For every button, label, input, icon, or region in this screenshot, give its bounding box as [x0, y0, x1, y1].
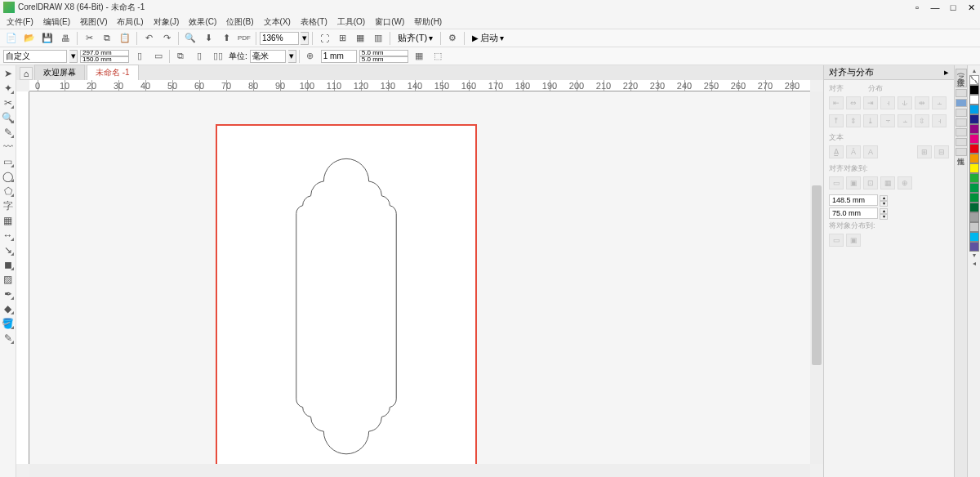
interactive-fill-icon[interactable]: ◆ — [2, 302, 15, 315]
text-baseline-icon[interactable]: A̲ — [829, 145, 844, 158]
docker-tab-outline[interactable]: 轮廓线 — [956, 128, 967, 136]
drawing-page[interactable] — [216, 124, 477, 464]
restore-down-icon[interactable]: ▫ — [911, 2, 923, 13]
menu-edit[interactable]: 编辑(E) — [40, 16, 74, 28]
palette-up-icon[interactable]: ▴ — [969, 67, 979, 75]
color-swatch[interactable] — [969, 203, 979, 212]
vertical-ruler[interactable] — [16, 91, 29, 464]
color-swatch[interactable] — [969, 232, 979, 242]
eyedropper-icon[interactable]: ✒ — [2, 288, 15, 301]
color-swatch[interactable] — [969, 212, 979, 222]
connector-tool-icon[interactable]: ↘ — [2, 243, 15, 256]
color-swatch[interactable] — [969, 95, 979, 105]
color-swatch[interactable] — [969, 242, 979, 252]
color-swatch[interactable] — [969, 85, 979, 95]
polygon-tool-icon[interactable]: ⬠ — [2, 185, 15, 198]
align-bottom-icon[interactable]: ⤓ — [863, 114, 878, 127]
close-icon[interactable]: ✕ — [965, 2, 977, 13]
zoom-tool-icon[interactable]: 🔍 — [2, 111, 15, 124]
outline-pen-icon[interactable]: ✎ — [2, 332, 15, 345]
align-top-icon[interactable]: ⤒ — [829, 114, 844, 127]
paste-icon[interactable]: 📋 — [117, 31, 133, 46]
vertical-scrollbar[interactable] — [810, 91, 823, 464]
menu-bitmap[interactable]: 位图(B) — [223, 16, 256, 28]
dist-space-h-icon[interactable]: ⇹ — [915, 96, 929, 109]
menu-object[interactable]: 对象(J) — [150, 16, 183, 28]
target-page-center-icon[interactable]: ⊡ — [863, 176, 878, 189]
shape-tool-icon[interactable]: ✦ — [2, 82, 15, 95]
docker-menu-icon[interactable]: ▸ — [944, 67, 949, 78]
ellipse-tool-icon[interactable]: ◯ — [2, 170, 15, 183]
target-point-icon[interactable]: ⊕ — [898, 176, 912, 189]
text-top-icon[interactable]: Ā — [846, 145, 861, 158]
x-up-icon[interactable]: ▴ — [880, 195, 888, 201]
color-swatch[interactable] — [969, 144, 979, 154]
docker-tab-text-props[interactable]: 文本属性 — [956, 118, 967, 127]
tab-welcome[interactable]: 欢迎屏幕 — [34, 65, 85, 80]
options-icon[interactable]: ⚙ — [444, 31, 461, 46]
crop-tool-icon[interactable]: ✂ — [2, 96, 15, 109]
ruler-icon[interactable]: ⊞ — [334, 31, 350, 46]
menu-effects[interactable]: 效果(C) — [185, 16, 220, 28]
preset-dropdown[interactable]: ▾ — [69, 50, 78, 63]
launch-button[interactable]: ▶ 启动 ▾ — [468, 32, 508, 45]
color-swatch[interactable] — [969, 163, 979, 173]
dimension-tool-icon[interactable]: ↔ — [2, 229, 15, 242]
shape-object[interactable] — [296, 158, 396, 453]
dist-bottom-icon[interactable]: ⫞ — [932, 114, 947, 127]
maximize-icon[interactable]: □ — [947, 2, 959, 13]
grid-icon[interactable]: ▦ — [352, 31, 368, 46]
cut-icon[interactable]: ✂ — [81, 31, 97, 46]
page-preset-field[interactable] — [3, 50, 67, 63]
artistic-media-icon[interactable]: 〰 — [2, 140, 15, 154]
pick-tool-icon[interactable]: ➤ — [2, 67, 15, 80]
import-icon[interactable]: ⬇ — [200, 31, 216, 46]
color-swatch[interactable] — [969, 105, 979, 114]
redo-icon[interactable]: ↷ — [158, 31, 175, 46]
treat-as-filled-icon[interactable]: ▦ — [411, 49, 427, 64]
color-swatch[interactable] — [969, 222, 979, 232]
landscape-icon[interactable]: ▭ — [150, 49, 167, 64]
y-up-icon[interactable]: ▴ — [880, 208, 888, 214]
align-right-icon[interactable]: ⇥ — [863, 96, 878, 109]
target-active-icon[interactable]: ▭ — [829, 176, 844, 189]
open-icon[interactable]: 📂 — [21, 31, 38, 46]
search-icon[interactable]: 🔍 — [182, 31, 198, 46]
docker-tab-lens[interactable]: 透镜 — [956, 138, 967, 146]
portrait-icon[interactable]: ▯ — [131, 49, 148, 64]
menu-file[interactable]: 文件(F) — [3, 16, 37, 28]
units-field[interactable] — [250, 50, 286, 63]
dist-space-v-icon[interactable]: ⇳ — [915, 114, 929, 127]
docker-tab-object-manager[interactable]: 对象管理器 — [956, 89, 967, 97]
freehand-tool-icon[interactable]: ✎ — [2, 126, 15, 139]
minimize-icon[interactable]: — — [929, 2, 941, 13]
horizontal-scrollbar[interactable] — [29, 464, 810, 477]
align-left-icon[interactable]: ⇤ — [829, 96, 844, 109]
palette-down-icon[interactable]: ▾ — [969, 252, 979, 260]
facing-pages-icon[interactable]: ▯▯ — [210, 49, 226, 64]
current-page-icon[interactable]: ▯ — [191, 49, 207, 64]
print-icon[interactable]: 🖶 — [57, 31, 74, 46]
dist-right-icon[interactable]: ⫠ — [932, 96, 947, 109]
dist-center-h-icon[interactable]: ⫝ — [898, 96, 912, 109]
transparency-tool-icon[interactable]: ▨ — [2, 273, 15, 286]
dup-y-field[interactable] — [359, 56, 408, 63]
units-dropdown[interactable]: ▾ — [288, 50, 296, 63]
pdf-icon[interactable]: PDF — [236, 31, 252, 46]
rectangle-tool-icon[interactable]: ▭ — [2, 155, 15, 168]
menu-layout[interactable]: 布局(L) — [114, 16, 146, 28]
color-swatch[interactable] — [969, 124, 979, 134]
menu-window[interactable]: 窗口(W) — [372, 16, 408, 28]
nudge-field[interactable] — [321, 50, 357, 63]
zoom-dropdown[interactable]: ▾ — [301, 32, 309, 45]
dist-to-page-icon[interactable]: ▣ — [846, 234, 861, 247]
guides-icon[interactable]: ▥ — [370, 31, 386, 46]
horizontal-ruler[interactable]: 0102030405060708090100110120130140150160… — [29, 80, 810, 91]
tab-document[interactable]: 未命名 -1 — [87, 65, 139, 80]
color-swatch[interactable] — [969, 114, 979, 124]
page-height-field[interactable] — [80, 56, 129, 63]
home-tab-icon[interactable]: ⌂ — [20, 67, 33, 80]
color-swatch[interactable] — [969, 134, 979, 144]
save-icon[interactable]: 💾 — [39, 31, 56, 46]
text-opt1-icon[interactable]: ⊞ — [917, 145, 932, 158]
